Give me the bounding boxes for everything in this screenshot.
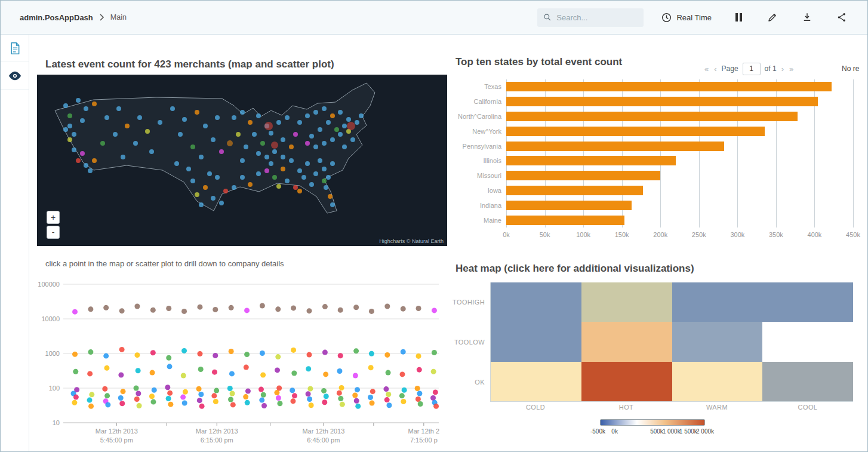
- map-point[interactable]: [84, 106, 88, 111]
- map-point[interactable]: [318, 158, 322, 163]
- map-zoom-out-button[interactable]: -: [47, 226, 60, 239]
- map-point[interactable]: [145, 129, 150, 134]
- scatter-point[interactable]: [152, 388, 157, 393]
- scatter-point[interactable]: [199, 404, 205, 409]
- sidebar-item-view[interactable]: [1, 62, 29, 90]
- scatter-point[interactable]: [399, 371, 405, 377]
- map-point[interactable]: [248, 182, 253, 187]
- map-point[interactable]: [76, 158, 81, 163]
- scatter-point[interactable]: [149, 393, 155, 399]
- scatter-point[interactable]: [370, 401, 375, 406]
- scatter-point[interactable]: [118, 395, 124, 401]
- map-point[interactable]: [260, 141, 265, 146]
- map-point[interactable]: [100, 141, 105, 146]
- edit-button[interactable]: [762, 9, 783, 26]
- map-point[interactable]: [72, 147, 76, 152]
- scatter-point[interactable]: [72, 309, 78, 315]
- map-point[interactable]: [338, 110, 343, 115]
- scatter-point[interactable]: [417, 390, 422, 396]
- bar[interactable]: [506, 82, 832, 91]
- map-point[interactable]: [326, 120, 331, 125]
- map-point[interactable]: [313, 110, 318, 115]
- scatter-point[interactable]: [290, 388, 295, 393]
- scatter-point[interactable]: [245, 400, 250, 405]
- bar[interactable]: [506, 156, 676, 165]
- bar[interactable]: [506, 171, 660, 180]
- pagination-last-button[interactable]: »: [789, 64, 794, 73]
- map-point[interactable]: [240, 110, 245, 115]
- scatter-point[interactable]: [369, 309, 374, 314]
- scatter-point[interactable]: [354, 398, 359, 404]
- scatter-point[interactable]: [369, 351, 374, 356]
- map-point[interactable]: [324, 185, 328, 190]
- scatter-point[interactable]: [245, 388, 251, 393]
- map-point[interactable]: [195, 192, 199, 197]
- scatter-point[interactable]: [338, 396, 343, 401]
- map-point[interactable]: [326, 175, 331, 180]
- scatter-point[interactable]: [276, 395, 281, 401]
- scatter-point[interactable]: [277, 401, 282, 406]
- map-point[interactable]: [276, 120, 281, 125]
- scatter-point[interactable]: [275, 367, 280, 373]
- scatter-point[interactable]: [337, 390, 342, 396]
- pagination-prev-button[interactable]: ‹: [713, 64, 717, 73]
- map-point[interactable]: [330, 113, 335, 118]
- map-point[interactable]: [174, 161, 179, 166]
- map-point[interactable]: [125, 124, 130, 128]
- map-point[interactable]: [322, 106, 327, 111]
- scatter-point[interactable]: [230, 402, 236, 407]
- map-point[interactable]: [301, 175, 306, 180]
- scatter-point[interactable]: [197, 305, 202, 310]
- map-point[interactable]: [199, 202, 204, 207]
- scatter-point[interactable]: [368, 395, 373, 400]
- scatter-point[interactable]: [323, 371, 328, 377]
- map-point[interactable]: [116, 106, 121, 111]
- map-point[interactable]: [67, 113, 72, 118]
- map-point[interactable]: [264, 155, 269, 159]
- scatter-point[interactable]: [399, 393, 405, 398]
- scatter-point[interactable]: [401, 399, 406, 404]
- map-point[interactable]: [272, 149, 277, 154]
- scatter-point[interactable]: [258, 387, 264, 392]
- bar[interactable]: [506, 142, 724, 151]
- scatter-point[interactable]: [134, 386, 139, 391]
- scatter-point[interactable]: [213, 353, 218, 358]
- map-point[interactable]: [88, 168, 93, 173]
- scatter-point[interactable]: [166, 355, 171, 361]
- map-point[interactable]: [269, 161, 273, 166]
- scatter-point[interactable]: [244, 365, 249, 370]
- scatter-point[interactable]: [88, 404, 94, 409]
- scatter-point[interactable]: [118, 372, 124, 377]
- scatter-point[interactable]: [104, 365, 109, 371]
- scatter-point[interactable]: [244, 308, 250, 313]
- map-point[interactable]: [211, 196, 216, 201]
- map-point[interactable]: [92, 158, 97, 163]
- map-point[interactable]: [149, 149, 154, 154]
- scatter-point[interactable]: [229, 371, 235, 376]
- scatter-plot[interactable]: 10100100010000100000Mar 12th 20135:45:00…: [37, 272, 442, 450]
- pagination-next-button[interactable]: ›: [781, 64, 784, 73]
- scatter-point[interactable]: [212, 370, 217, 375]
- scatter-point[interactable]: [415, 386, 420, 391]
- scatter-point[interactable]: [227, 386, 233, 391]
- scatter-point[interactable]: [260, 303, 265, 308]
- map-point[interactable]: [170, 106, 175, 111]
- scatter-point[interactable]: [338, 308, 343, 313]
- realtime-button[interactable]: Real Time: [658, 10, 715, 25]
- map-point[interactable]: [252, 132, 257, 137]
- scatter-point[interactable]: [306, 308, 312, 313]
- scatter-point[interactable]: [88, 349, 93, 355]
- map-point[interactable]: [346, 117, 351, 122]
- map-point[interactable]: [256, 151, 261, 156]
- scatter-point[interactable]: [386, 402, 392, 408]
- scatter-point[interactable]: [119, 347, 125, 352]
- scatter-point[interactable]: [87, 398, 93, 403]
- map-zoom-in-button[interactable]: +: [47, 211, 60, 224]
- map-point[interactable]: [80, 151, 85, 156]
- scatter-point[interactable]: [355, 387, 360, 392]
- map-point[interactable]: [309, 182, 314, 187]
- search-input[interactable]: [556, 13, 638, 22]
- scatter-point[interactable]: [197, 351, 202, 356]
- scatter-point[interactable]: [119, 401, 125, 406]
- map-point[interactable]: [269, 131, 273, 136]
